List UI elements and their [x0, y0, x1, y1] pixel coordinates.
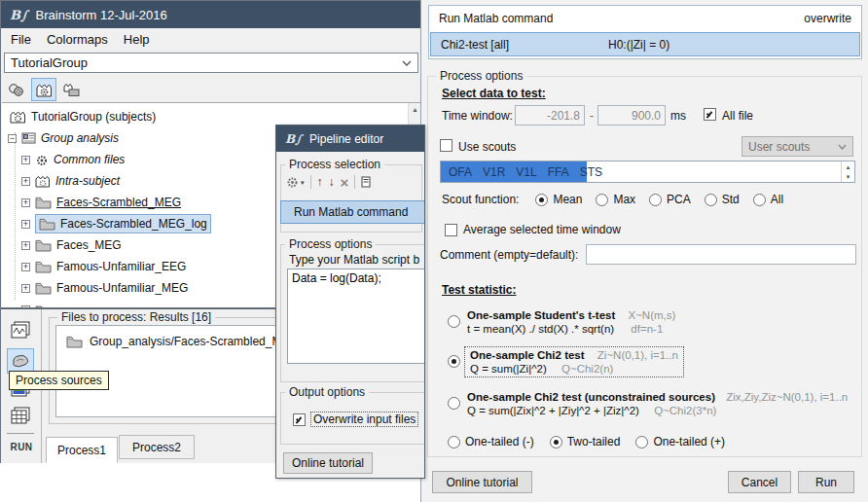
cancel-button[interactable]: Cancel — [728, 471, 791, 493]
scout-item[interactable]: V1R — [483, 165, 505, 179]
scout-fn-mean-radio[interactable] — [535, 194, 548, 206]
expand-icon[interactable]: + — [21, 177, 30, 186]
overwrite-checkbox[interactable] — [293, 413, 306, 426]
expand-icon[interactable]: + — [21, 284, 30, 293]
tree-item-common-files[interactable]: + Common files — [21, 150, 125, 169]
intra-subject-icon — [35, 175, 51, 188]
expand-icon[interactable]: + — [21, 156, 30, 164]
tree-item-intra-subject[interactable]: + Intra-subject — [21, 171, 120, 191]
test-name: One-sample Chi2 test — [470, 349, 585, 361]
scroll-up-icon[interactable]: ▴ — [847, 163, 850, 170]
tree-item-famous-unfamiliar-eeg[interactable]: + Famous-Unfamiliar_EEG — [21, 257, 186, 276]
scout-fn-pca-radio[interactable] — [649, 194, 662, 206]
test-distribution: X~N(m,s) — [628, 309, 675, 321]
scout-fn-pca-label: PCA — [667, 193, 691, 206]
use-scouts-checkbox[interactable] — [440, 139, 452, 152]
toolbar-functional-subjects-button[interactable] — [31, 78, 56, 101]
expand-icon[interactable]: + — [21, 220, 30, 229]
expand-icon[interactable]: + — [21, 263, 30, 271]
test-formula: t = mean(X) ./ std(X) .* sqrt(n) — [467, 323, 614, 335]
tree-item-famous-unfamiliar-meg[interactable]: + Famous-Unfamiliar_MEG — [21, 278, 188, 298]
pipeline-titlebar[interactable]: B∫ Pipeline editor — [276, 126, 424, 152]
online-tutorial-button[interactable]: Online tutorial — [432, 471, 532, 493]
files-group-label: Files to process: Results [16] — [57, 310, 215, 324]
pipeline-options-group: Process options Type your Matlab script … — [280, 244, 425, 382]
scout-item[interactable]: V1L — [516, 165, 536, 179]
tab-process2[interactable]: Process2 — [119, 435, 195, 459]
move-down-button[interactable]: ↓ — [329, 175, 335, 189]
test-formula: Q = sum(|Zix|^2 + |Ziy|^2 + |Ziz|^2) — [467, 405, 639, 416]
scroll-down-icon[interactable]: ▾ — [847, 173, 850, 180]
scout-fn-max-radio[interactable] — [596, 194, 608, 206]
one-tailed-pos-radio[interactable] — [635, 436, 648, 448]
one-tailed-neg-radio[interactable] — [448, 436, 460, 448]
add-process-button[interactable]: ▾ — [286, 176, 305, 189]
expand-icon[interactable]: + — [21, 241, 30, 250]
test-name: One-sample Chi2 test (unconstrained sour… — [467, 391, 715, 403]
move-up-button[interactable]: ↑ — [317, 175, 323, 189]
scout-fn-all-radio[interactable] — [753, 194, 766, 206]
strip-divider — [7, 433, 34, 434]
process-list-row[interactable]: Run Matlab command overwrite — [429, 6, 861, 31]
sources-icon — [11, 353, 30, 369]
time-window-label: Time window: — [442, 109, 513, 123]
tree-item-group-analysis[interactable]: − Group analysis — [8, 128, 119, 148]
chi2-radio[interactable] — [448, 355, 460, 368]
scout-selection[interactable]: OFA V1R V1L FFA STS — [441, 161, 587, 182]
db-conditions-icon — [63, 83, 81, 97]
pipeline-script-icon[interactable] — [361, 176, 372, 188]
tree-item-root[interactable]: TutorialGroup (subjects) — [10, 107, 156, 126]
toolbar-functional-conditions-button[interactable] — [60, 79, 84, 100]
scout-list[interactable]: OFA V1R V1L FFA STS ▴ ▾ — [440, 161, 855, 183]
scouts-type-dropdown[interactable]: User scouts — [741, 136, 853, 157]
tree-item-partial[interactable]: + — [21, 300, 56, 307]
run-button[interactable]: Run — [798, 471, 854, 493]
tab-process1[interactable]: Process1 — [46, 437, 118, 463]
scout-item[interactable]: FFA — [548, 165, 569, 179]
all-file-label: All file — [722, 109, 753, 123]
selected-tree-item[interactable]: Faces-Scrambled_MEG_log — [35, 214, 211, 233]
ttest-radio[interactable] — [448, 315, 460, 328]
test-option-chi2[interactable]: One-sample Chi2 test Zi~N(0,1), i=1..n Q… — [428, 347, 863, 378]
process-recordings-button[interactable] — [10, 321, 31, 341]
brainstorm-logo-icon: B∫ — [10, 8, 28, 22]
process-list-row-selected[interactable]: Chi2-test [all] H0:(|Zi| = 0) — [430, 32, 860, 56]
tree-item-faces-meg[interactable]: + Faces_MEG — [21, 235, 122, 255]
run-pipeline-button[interactable]: RUN — [1, 442, 42, 452]
scout-fn-std-radio[interactable] — [705, 194, 717, 206]
tree-root-label: TutorialGroup (subjects) — [31, 110, 156, 124]
scout-item[interactable]: OFA — [449, 165, 472, 179]
scroll-up-icon[interactable]: ▴ — [413, 105, 416, 114]
toolbar-anatomy-button[interactable] — [5, 79, 28, 100]
tree-item-faces-scrambled-meg[interactable]: + Faces-Scrambled_MEG — [21, 193, 181, 212]
all-file-checkbox[interactable] — [704, 108, 716, 121]
menu-colormaps[interactable]: Colormaps — [39, 32, 116, 47]
chi2u-radio[interactable] — [448, 397, 460, 410]
collapse-icon[interactable]: − — [8, 134, 17, 143]
main-titlebar[interactable]: B∫ Brainstorm 12-Jul-2016 — [1, 1, 420, 28]
folder-icon — [35, 239, 52, 252]
test-option-chi2-unconstrained[interactable]: One-sample Chi2 test (unconstrained sour… — [428, 390, 863, 419]
process-matrix-button[interactable] — [10, 407, 31, 426]
test-option-ttest[interactable]: One-sample Student's t-test X~N(m,s) t =… — [428, 308, 863, 338]
tree-item-label: Faces_MEG — [56, 238, 122, 252]
delete-process-button[interactable]: × — [341, 174, 349, 191]
protocol-dropdown[interactable]: TutorialGroup — [4, 53, 418, 73]
pipeline-online-tutorial-button[interactable]: Online tutorial — [283, 452, 373, 474]
expand-icon[interactable]: + — [21, 198, 30, 207]
scout-fn-all-label: All — [771, 193, 783, 206]
selected-process-row[interactable]: Run Matlab command — [280, 200, 425, 224]
pipeline-editor-window: B∫ Pipeline editor Process selection ▾ ↑… — [275, 125, 425, 479]
time-start-input[interactable] — [515, 105, 585, 126]
menu-file[interactable]: File — [3, 32, 39, 47]
tab-label: Process1 — [57, 444, 106, 457]
menu-help[interactable]: Help — [116, 32, 158, 47]
average-checkbox[interactable] — [445, 224, 457, 236]
tree-item-faces-scrambled-meg-log[interactable]: + Faces-Scrambled_MEG_log — [21, 214, 211, 233]
scout-list-scrollbar[interactable]: ▴ ▾ — [841, 161, 854, 182]
matlab-script-textarea[interactable]: Data = log(Data); — [287, 269, 425, 364]
comment-input[interactable] — [586, 244, 856, 265]
time-end-input[interactable] — [597, 105, 666, 126]
brainstorm-logo-icon: B∫ — [285, 132, 302, 146]
two-tailed-radio[interactable] — [550, 436, 562, 448]
